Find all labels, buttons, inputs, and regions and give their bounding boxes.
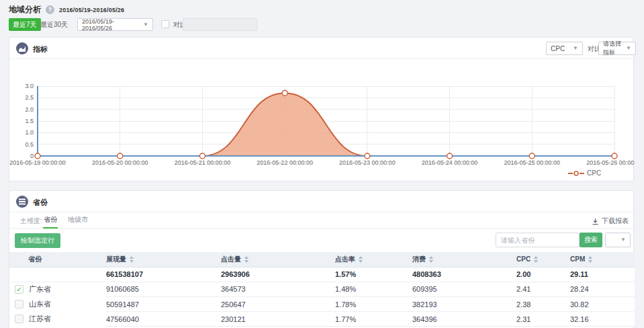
chevron-down-icon: ▼ bbox=[626, 46, 631, 51]
svg-text:2016-05-21 00:00:00: 2016-05-21 00:00:00 bbox=[175, 159, 231, 166]
metrics-card: 指标 CPC ▼ 对比 请选择指标 ▼ 00.51.01.52.02.53.02… bbox=[9, 37, 634, 181]
cell-点击量: 250647 bbox=[221, 297, 335, 312]
last-7-days-button[interactable]: 最近7天 bbox=[9, 18, 41, 31]
chevron-down-icon: ▼ bbox=[620, 237, 626, 243]
sort-icon[interactable] bbox=[359, 256, 363, 263]
svg-text:0: 0 bbox=[30, 153, 34, 159]
column-label: 消费 bbox=[412, 255, 426, 263]
search-type-select[interactable]: ▼ bbox=[605, 233, 631, 247]
trend-chart-icon bbox=[16, 42, 28, 54]
cell-点击率: 1.78% bbox=[335, 297, 412, 312]
province-table-body: 66153810729639061.57%48083632.0029.11✓广东… bbox=[9, 267, 635, 327]
column-header-province: 省份 bbox=[9, 252, 106, 267]
tab-province[interactable]: 省份 bbox=[43, 212, 58, 229]
compare-metric-select-value: 请选择指标 bbox=[603, 40, 626, 57]
province-name: 江苏省 bbox=[29, 314, 51, 324]
column-header-点击量[interactable]: 点击量 bbox=[221, 252, 335, 267]
header-date-range: 2016/05/19-2016/05/26 bbox=[59, 7, 124, 13]
sort-icon[interactable] bbox=[534, 256, 538, 263]
legend-cpc[interactable]: CPC bbox=[568, 169, 601, 177]
cell-点击率: 1.48% bbox=[335, 282, 412, 297]
svg-text:2.5: 2.5 bbox=[25, 94, 34, 101]
dimension-tabs-row: 主维度: 省份地级市 下载报表 bbox=[9, 212, 633, 229]
cell-展现量: 661538107 bbox=[106, 267, 221, 282]
svg-text:0.5: 0.5 bbox=[25, 141, 34, 148]
compare-checkbox[interactable] bbox=[161, 20, 169, 28]
compare-metric-select[interactable]: 请选择指标 ▼ bbox=[598, 42, 636, 55]
svg-text:2016-05-24 00:00:00: 2016-05-24 00:00:00 bbox=[422, 159, 478, 166]
province-name: 山东省 bbox=[29, 299, 51, 309]
cell-cpm: 30.82 bbox=[570, 297, 635, 312]
column-header-点击率[interactable]: 点击率 bbox=[335, 252, 412, 267]
cell-cpc: 2.31 bbox=[516, 312, 570, 327]
provinces-card: 省份 主维度: 省份地级市 下载报表 绘制选定行 搜索 ▼ 省份展现量点击量点击… bbox=[9, 190, 634, 328]
plot-selected-rows-button[interactable]: 绘制选定行 bbox=[15, 233, 60, 248]
table-total-row: 66153810729639061.57%48083632.0029.11 bbox=[9, 267, 635, 282]
column-header-cpc[interactable]: CPC bbox=[516, 252, 570, 267]
cpc-trend-chart: 00.51.01.52.02.53.02016-05-19 00:00:0020… bbox=[9, 60, 635, 167]
column-label: 展现量 bbox=[106, 255, 126, 263]
svg-text:2.0: 2.0 bbox=[25, 106, 34, 113]
svg-text:2016-05-19 00:00:00: 2016-05-19 00:00:00 bbox=[9, 159, 66, 166]
page-header: 地域分析 ? 2016/05/19-2016/05/26 bbox=[9, 4, 124, 15]
provinces-section-title: 省份 bbox=[33, 198, 48, 208]
legend-label: CPC bbox=[587, 169, 601, 177]
cell-cpc: 2.38 bbox=[516, 297, 570, 312]
column-label: 点击率 bbox=[335, 255, 355, 263]
metric-select-value: CPC bbox=[551, 45, 565, 52]
search-button[interactable]: 搜索 bbox=[580, 233, 602, 247]
row-checkbox[interactable] bbox=[15, 300, 24, 309]
metrics-section-title: 指标 bbox=[33, 44, 48, 54]
column-label: CPC bbox=[516, 255, 531, 263]
svg-text:3.0: 3.0 bbox=[25, 83, 34, 89]
date-range-select[interactable]: 2016/05/19-2016/05/26 ▼ bbox=[77, 18, 153, 31]
province-name: 广东省 bbox=[29, 284, 51, 294]
column-header-展现量[interactable]: 展现量 bbox=[106, 252, 221, 267]
province-search-input[interactable] bbox=[496, 233, 580, 247]
cell-展现量: 50591487 bbox=[106, 297, 221, 312]
province-table: 省份展现量点击量点击率消费CPCCPM 66153810729639061.57… bbox=[9, 252, 635, 327]
download-icon bbox=[592, 218, 599, 225]
column-header-消费[interactable]: 消费 bbox=[412, 252, 516, 267]
cell-cpc: 2.00 bbox=[516, 267, 570, 282]
filter-row: 最近7天 最近30天 2016/05/19-2016/05/26 ▼ 对比 bbox=[0, 18, 644, 32]
column-label: 省份 bbox=[28, 255, 42, 263]
sort-icon[interactable] bbox=[588, 256, 592, 263]
date-range-select-value: 2016/05/19-2016/05/26 bbox=[82, 18, 143, 32]
cell-点击量: 364573 bbox=[221, 282, 335, 297]
metric-select[interactable]: CPC ▼ bbox=[546, 42, 583, 55]
sort-icon[interactable] bbox=[244, 256, 248, 263]
chevron-down-icon: ▼ bbox=[573, 46, 578, 51]
column-header-cpm[interactable]: CPM bbox=[570, 252, 635, 267]
chevron-down-icon: ▼ bbox=[143, 22, 148, 28]
sort-icon[interactable] bbox=[130, 256, 134, 263]
row-checkbox[interactable] bbox=[15, 315, 24, 323]
page-title: 地域分析 bbox=[9, 4, 41, 15]
table-row[interactable]: 江苏省475660402301211.77%3643962.3132.16 bbox=[9, 312, 635, 327]
svg-text:1.0: 1.0 bbox=[25, 129, 34, 136]
dimension-label: 主维度: bbox=[20, 216, 42, 226]
cell-点击量: 230121 bbox=[221, 312, 335, 327]
cell-cpm: 29.11 bbox=[570, 267, 635, 282]
cell-cpc: 2.41 bbox=[516, 282, 570, 297]
cell-展现量: 47566040 bbox=[106, 312, 221, 327]
cell-点击率: 1.77% bbox=[335, 312, 412, 327]
cell-消费: 382193 bbox=[412, 297, 516, 312]
cell-cpm: 28.24 bbox=[570, 282, 635, 297]
svg-text:2016-05-25 00:00:00: 2016-05-25 00:00:00 bbox=[504, 159, 560, 166]
table-row[interactable]: 山东省505914872506471.78%3821932.3830.82 bbox=[9, 297, 635, 312]
sort-icon[interactable] bbox=[429, 256, 433, 263]
help-icon[interactable]: ? bbox=[46, 5, 54, 14]
compare-date-input[interactable] bbox=[183, 18, 257, 31]
regional-analysis-page: { "colors": { "accent_green": "#3cb43c",… bbox=[0, 0, 644, 328]
row-checkbox[interactable]: ✓ bbox=[15, 285, 24, 294]
province-table-head-row: 省份展现量点击量点击率消费CPCCPM bbox=[9, 252, 635, 267]
svg-text:2016-05-23 00:00:00: 2016-05-23 00:00:00 bbox=[339, 159, 396, 166]
metrics-card-header: 指标 CPC ▼ 对比 请选择指标 ▼ bbox=[9, 38, 633, 59]
download-report-button[interactable]: 下载报表 bbox=[592, 216, 629, 226]
tab-city[interactable]: 地级市 bbox=[67, 212, 89, 229]
last-30-days-option[interactable]: 最近30天 bbox=[40, 18, 68, 31]
table-row[interactable]: ✓广东省910606853645731.48%6093952.4128.24 bbox=[9, 282, 635, 297]
svg-text:2016-05-22 00:00:00: 2016-05-22 00:00:00 bbox=[257, 159, 313, 166]
legend-marker-icon bbox=[568, 170, 584, 177]
